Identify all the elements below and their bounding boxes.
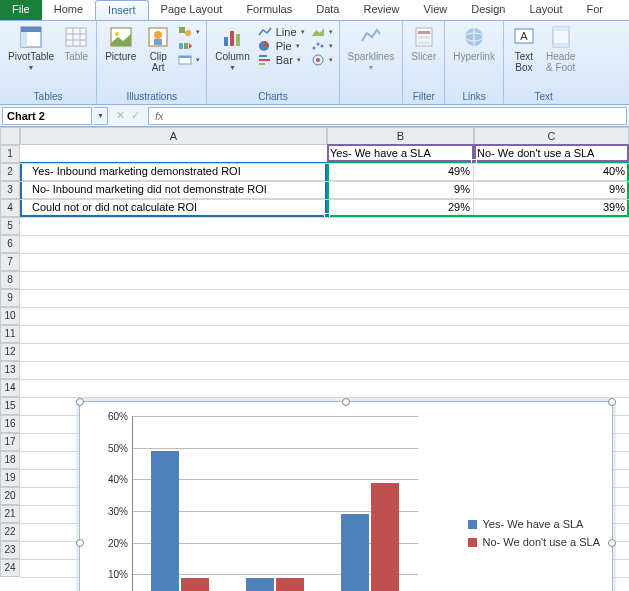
smartart-button[interactable] (176, 39, 202, 53)
header-footer-button[interactable]: Heade & Foot (542, 23, 579, 75)
row-head-7[interactable]: 7 (0, 253, 20, 271)
cell-b2[interactable]: 49% (327, 163, 474, 181)
tab-view[interactable]: View (412, 0, 460, 20)
spreadsheet[interactable]: A B C /*generated below*/ Yes- We have a… (0, 127, 629, 591)
area-chart-button[interactable]: ▾ (309, 25, 335, 39)
tab-format[interactable]: For (574, 0, 615, 20)
pie-chart-button[interactable]: Pie ▾ (256, 39, 307, 53)
tab-insert[interactable]: Insert (95, 0, 149, 20)
tab-review[interactable]: Review (351, 0, 411, 20)
column-chart-button[interactable]: Column ▼ (211, 23, 253, 73)
col-head-a[interactable]: A (20, 127, 327, 145)
bar-chart-button[interactable]: Bar ▾ (256, 53, 307, 67)
hyperlink-button[interactable]: Hyperlink (449, 23, 499, 64)
tab-formulas[interactable]: Formulas (234, 0, 304, 20)
svg-point-30 (320, 45, 323, 48)
cell-c4[interactable]: 39% (474, 199, 629, 217)
row-head-4[interactable]: 4 (0, 199, 20, 217)
cell-a2[interactable]: Yes- Inbound marketing demonstrated ROI (20, 163, 327, 181)
hyperlink-icon (462, 25, 486, 49)
row-head-16[interactable]: 16 (0, 415, 20, 433)
screenshot-button[interactable]: ▾ (176, 53, 202, 67)
chart-handle[interactable] (608, 539, 616, 547)
row-head-6[interactable]: 6 (0, 235, 20, 253)
tab-design[interactable]: Design (459, 0, 517, 20)
formula-input[interactable]: fx (148, 107, 627, 125)
tab-page-layout[interactable]: Page Layout (149, 0, 235, 20)
row-head-17[interactable]: 17 (0, 433, 20, 451)
picture-button[interactable]: Picture (101, 23, 140, 64)
row-head-22[interactable]: 22 (0, 523, 20, 541)
row-head-23[interactable]: 23 (0, 541, 20, 559)
chart-bar[interactable] (181, 578, 209, 592)
cancel-icon[interactable]: ✕ (116, 109, 125, 122)
row-head-18[interactable]: 18 (0, 451, 20, 469)
tab-home[interactable]: Home (42, 0, 95, 20)
row-head-12[interactable]: 12 (0, 343, 20, 361)
cell-b4[interactable]: 29% (327, 199, 474, 217)
line-chart-button[interactable]: Line ▾ (256, 25, 307, 39)
other-chart-button[interactable]: ▾ (309, 53, 335, 67)
row-head-15[interactable]: 15 (0, 397, 20, 415)
cell-a4[interactable]: Could not or did not calculate ROI (20, 199, 327, 217)
slicer-button[interactable]: Slicer (407, 23, 440, 64)
shapes-button[interactable]: ▾ (176, 25, 202, 39)
chart-legend[interactable]: Yes- We have a SLANo- We don't use a SLA (468, 512, 600, 554)
cell-b1[interactable]: Yes- We have a SLA (327, 145, 474, 163)
chart-object[interactable]: 0%10%20%30%40%50%60% Yes- We have a SLAN… (79, 401, 613, 591)
picture-label: Picture (105, 51, 136, 62)
textbox-button[interactable]: A Text Box (508, 23, 540, 75)
cell-c1[interactable]: No- We don't use a SLA (474, 145, 629, 163)
name-box[interactable]: Chart 2 (2, 107, 92, 125)
chart-bar[interactable] (246, 578, 274, 592)
row-head-2[interactable]: 2 (0, 163, 20, 181)
tab-layout[interactable]: Layout (517, 0, 574, 20)
tab-data[interactable]: Data (304, 0, 351, 20)
row-head-24[interactable]: 24 (0, 559, 20, 577)
cell-b3[interactable]: 9% (327, 181, 474, 199)
chart-handle[interactable] (342, 398, 350, 406)
row-head-11[interactable]: 11 (0, 325, 20, 343)
clipart-button[interactable]: Clip Art (142, 23, 174, 75)
row-head-8[interactable]: 8 (0, 271, 20, 289)
chart-bar[interactable] (341, 514, 369, 591)
header-footer-label: Heade & Foot (546, 51, 575, 73)
enter-icon[interactable]: ✓ (131, 109, 140, 122)
chart-bar[interactable] (371, 483, 399, 592)
col-head-b[interactable]: B (327, 127, 474, 145)
row-head-14[interactable]: 14 (0, 379, 20, 397)
svg-rect-34 (418, 31, 430, 34)
row-head-20[interactable]: 20 (0, 487, 20, 505)
row-head-9[interactable]: 9 (0, 289, 20, 307)
slicer-icon (412, 25, 436, 49)
row-head-10[interactable]: 10 (0, 307, 20, 325)
range-handle[interactable] (324, 213, 330, 219)
select-all-corner[interactable] (0, 127, 20, 145)
chart-bar[interactable] (276, 578, 304, 592)
chart-plot-area[interactable]: 0%10%20%30%40%50%60% (102, 416, 418, 591)
cell-c2[interactable]: 40% (474, 163, 629, 181)
row-head-1[interactable]: 1 (0, 145, 20, 163)
group-charts-label: Charts (211, 90, 334, 104)
row-head-3[interactable]: 3 (0, 181, 20, 199)
svg-point-11 (154, 31, 162, 39)
row-head-13[interactable]: 13 (0, 361, 20, 379)
chart-handle[interactable] (608, 398, 616, 406)
tab-file[interactable]: File (0, 0, 42, 20)
row-head-5[interactable]: 5 (0, 217, 20, 235)
cell-c3[interactable]: 9% (474, 181, 629, 199)
row-head-21[interactable]: 21 (0, 505, 20, 523)
table-button[interactable]: Table (60, 23, 92, 64)
chart-bar[interactable] (151, 451, 179, 591)
chart-handle[interactable] (76, 398, 84, 406)
row-head-19[interactable]: 19 (0, 469, 20, 487)
col-head-c[interactable]: C (474, 127, 629, 145)
range-handle[interactable] (471, 159, 477, 165)
name-box-dropdown[interactable]: ▼ (94, 107, 108, 125)
sparklines-button[interactable]: Sparklines ▼ (344, 23, 399, 73)
svg-rect-16 (184, 43, 188, 49)
pivottable-button[interactable]: PivotTable ▼ (4, 23, 58, 73)
cell-a3[interactable]: No- Inbound marketing did not demonstrat… (20, 181, 327, 199)
scatter-chart-button[interactable]: ▾ (309, 39, 335, 53)
chart-handle[interactable] (76, 539, 84, 547)
